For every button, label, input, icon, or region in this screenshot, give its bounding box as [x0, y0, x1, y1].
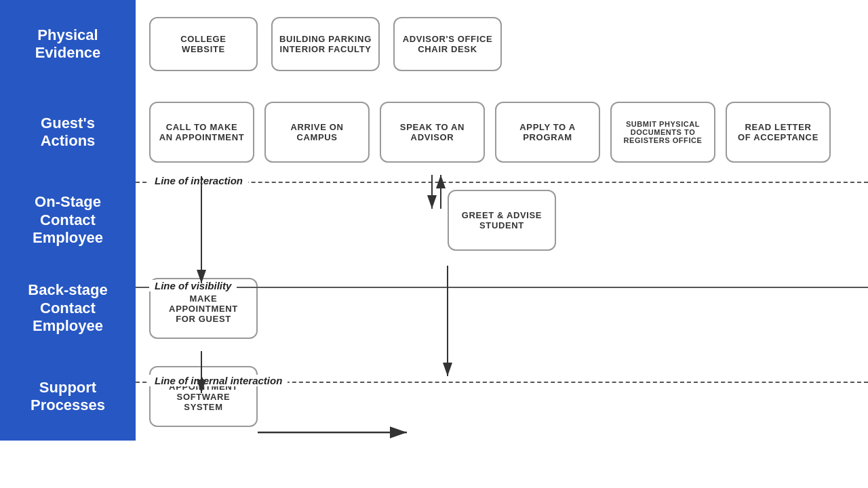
- greet-advise-box: GREET & ADVISESTUDENT: [448, 190, 556, 251]
- building-parking-box: BUILDING PARKINGINTERIOR FACULTY: [271, 17, 380, 71]
- call-appointment-box: CALL TO MAKEAN APPOINTMENT: [149, 102, 254, 163]
- physical-evidence-label: PhysicalEvidence: [0, 0, 136, 88]
- onstage-contact-label: On-StageContactEmployee: [0, 176, 136, 264]
- guests-actions-label: Guest'sActions: [0, 88, 136, 176]
- arrive-campus-box: ARRIVE ONCAMPUS: [264, 102, 370, 163]
- read-letter-box: READ LETTEROF ACCEPTANCE: [726, 102, 831, 163]
- speak-advisor-box: SPEAK TO ANADVISOR: [380, 102, 485, 163]
- apply-program-box: APPLY TO APROGRAM: [495, 102, 600, 163]
- service-blueprint-diagram: PhysicalEvidence COLLEGEWEBSITE BUILDING…: [0, 0, 868, 488]
- make-appointment-box: MAKE APPOINTMENTFOR GUEST: [149, 278, 258, 339]
- guests-actions-row: CALL TO MAKEAN APPOINTMENT ARRIVE ONCAMP…: [136, 88, 868, 176]
- appointment-software-box: APPOINTMENTSOFTWARE SYSTEM: [149, 366, 258, 427]
- college-website-box: COLLEGEWEBSITE: [149, 17, 258, 71]
- support-processes-row: APPOINTMENTSOFTWARE SYSTEM: [136, 352, 868, 441]
- onstage-contact-row: GREET & ADVISESTUDENT: [136, 176, 868, 264]
- physical-evidence-row: COLLEGEWEBSITE BUILDING PARKINGINTERIOR …: [136, 0, 868, 88]
- submit-documents-box: SUBMIT PHYSICALDOCUMENTS TOREGISTERS OFF…: [610, 102, 715, 163]
- support-processes-label: SupportProcesses: [0, 352, 136, 441]
- backstage-contact-row: MAKE APPOINTMENTFOR GUEST: [136, 264, 868, 352]
- advisors-office-box: ADVISOR'S OFFICECHAIR DESK: [393, 17, 502, 71]
- backstage-contact-label: Back-stageContactEmployee: [0, 264, 136, 352]
